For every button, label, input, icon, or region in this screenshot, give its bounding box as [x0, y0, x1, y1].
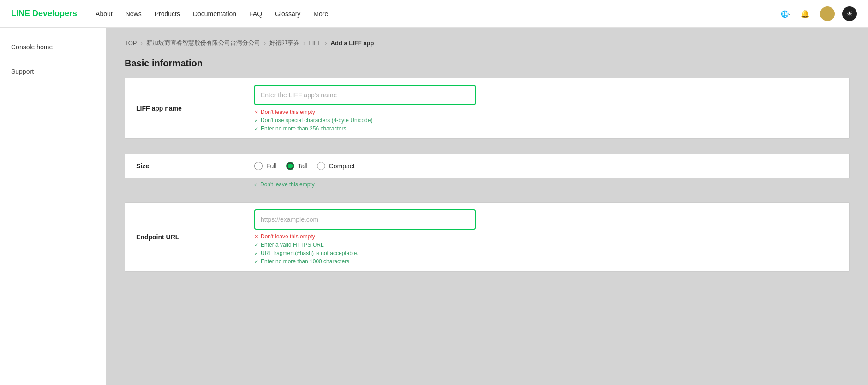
notification-bell[interactable]: 🔔	[798, 6, 813, 21]
breadcrumb: TOP › 新加坡商宜睿智慧股份有限公司台灣分公司 › 好禮即享券 › LIFF…	[125, 39, 850, 47]
check-icon-size: ✓	[254, 182, 258, 188]
top-nav: LINE Developers About News Products Docu…	[0, 0, 868, 28]
section-title: Basic information	[125, 58, 850, 69]
endpoint-val-0: ✕ Don't leave this empty	[254, 233, 840, 240]
size-field: Full Tall Compact	[245, 154, 849, 178]
nav-link-about[interactable]: About	[96, 10, 113, 18]
size-option-tall[interactable]: Tall	[286, 162, 308, 170]
size-radio-full[interactable]	[254, 162, 263, 170]
nav-links: About News Products Documentation FAQ Gl…	[96, 10, 781, 18]
size-option-compact[interactable]: Compact	[317, 162, 355, 170]
sidebar-item-support[interactable]: Support	[0, 63, 106, 80]
breadcrumb-company[interactable]: 新加坡商宜睿智慧股份有限公司台灣分公司	[146, 39, 260, 47]
breadcrumb-channel[interactable]: 好禮即享券	[269, 39, 299, 47]
size-row: Size Full Tall Compact	[125, 154, 850, 188]
nav-link-more[interactable]: More	[313, 10, 328, 18]
endpoint-url-card: Endpoint URL ✕ Don't leave this empty ✓ …	[125, 202, 850, 272]
endpoint-url-input[interactable]	[254, 209, 476, 230]
liff-name-field: ✕ Don't leave this empty ✓ Don't use spe…	[245, 78, 849, 138]
nav-logo[interactable]: LINE Developers	[11, 9, 77, 18]
layout: Console home Support TOP › 新加坡商宜睿智慧股份有限公…	[0, 28, 868, 385]
breadcrumb-sep-2: ›	[264, 40, 266, 47]
endpoint-val-2: ✓ URL fragment(#hash) is not acceptable.	[254, 250, 840, 256]
endpoint-url-validations: ✕ Don't leave this empty ✓ Enter a valid…	[254, 233, 840, 265]
check-icon-endpoint-1: ✓	[254, 242, 258, 248]
check-icon-endpoint-3: ✓	[254, 259, 258, 265]
size-radio-group: Full Tall Compact	[254, 162, 355, 170]
liff-name-row: LIFF app name ✕ Don't leave this empty ✓…	[125, 78, 850, 139]
size-validation-wrapper: ✓ Don't leave this empty	[125, 178, 850, 188]
nav-link-documentation[interactable]: Documentation	[193, 10, 236, 18]
endpoint-url-label: Endpoint URL	[125, 203, 245, 271]
check-icon-2: ✓	[254, 126, 258, 132]
breadcrumb-top[interactable]: TOP	[125, 40, 137, 47]
error-icon-0: ✕	[254, 109, 258, 115]
theme-toggle-button[interactable]: ☀	[842, 6, 857, 21]
main-content: TOP › 新加坡商宜睿智慧股份有限公司台灣分公司 › 好禮即享券 › LIFF…	[106, 28, 868, 385]
user-avatar[interactable]	[820, 6, 835, 21]
check-icon-endpoint-2: ✓	[254, 250, 258, 256]
nav-link-news[interactable]: News	[126, 10, 142, 18]
size-radio-compact[interactable]	[317, 162, 325, 170]
liff-name-val-2: ✓ Enter no more than 256 characters	[254, 125, 840, 132]
liff-name-label: LIFF app name	[125, 78, 245, 138]
size-label: Size	[125, 154, 245, 178]
sidebar-item-console-home[interactable]: Console home	[0, 39, 106, 55]
size-val-0: ✓ Don't leave this empty	[254, 181, 840, 188]
endpoint-url-field: ✕ Don't leave this empty ✓ Enter a valid…	[245, 203, 849, 271]
nav-link-products[interactable]: Products	[155, 10, 180, 18]
size-card: Size Full Tall Compact	[125, 154, 850, 178]
liff-name-validations: ✕ Don't leave this empty ✓ Don't use spe…	[254, 109, 840, 132]
check-icon-1: ✓	[254, 118, 258, 124]
breadcrumb-sep-4: ›	[325, 40, 327, 47]
liff-name-val-0: ✕ Don't leave this empty	[254, 109, 840, 115]
breadcrumb-liff[interactable]: LIFF	[309, 40, 322, 47]
endpoint-url-row: Endpoint URL ✕ Don't leave this empty ✓ …	[125, 202, 850, 272]
size-radio-tall[interactable]	[286, 162, 294, 170]
liff-name-input[interactable]	[254, 85, 476, 105]
endpoint-val-3: ✓ Enter no more than 1000 characters	[254, 258, 840, 265]
globe-icon[interactable]: 🌐·	[781, 10, 790, 18]
breadcrumb-sep-3: ›	[303, 40, 305, 47]
endpoint-val-1: ✓ Enter a valid HTTPS URL	[254, 242, 840, 248]
sidebar: Console home Support	[0, 28, 106, 385]
nav-link-faq[interactable]: FAQ	[249, 10, 262, 18]
breadcrumb-current: Add a LIFF app	[331, 40, 374, 47]
liff-name-val-1: ✓ Don't use special characters (4-byte U…	[254, 117, 840, 124]
size-option-full[interactable]: Full	[254, 162, 277, 170]
sidebar-divider	[0, 59, 106, 59]
breadcrumb-sep-1: ›	[141, 40, 143, 47]
nav-link-glossary[interactable]: Glossary	[275, 10, 300, 18]
nav-right: 🌐· 🔔 ☀	[781, 6, 857, 21]
error-icon-endpoint: ✕	[254, 234, 258, 240]
liff-name-card: LIFF app name ✕ Don't leave this empty ✓…	[125, 78, 850, 139]
